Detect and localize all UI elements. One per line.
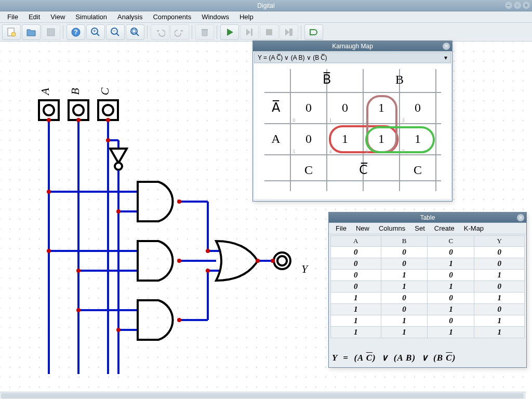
help-button[interactable]: ? <box>66 24 85 40</box>
table-cell[interactable]: 1 <box>428 281 474 292</box>
maximize-button[interactable]: ▫ <box>514 2 521 9</box>
table-cell[interactable]: 0 <box>474 247 525 258</box>
table-menu-set[interactable]: Set <box>411 223 429 233</box>
table-row[interactable]: 0110 <box>331 281 525 292</box>
svg-point-51 <box>116 209 121 214</box>
kmap-window[interactable]: Karnaugh Map × Y = (A C̅) ∨ (A B) ∨ (B C… <box>252 41 453 202</box>
table-header[interactable]: B <box>381 236 428 247</box>
table-cell[interactable]: 1 <box>381 315 428 327</box>
table-cell[interactable]: 1 <box>474 315 525 327</box>
undo-button[interactable] <box>151 24 169 40</box>
table-menu-columns[interactable]: Columns <box>375 223 409 233</box>
svg-text:0: 0 <box>305 132 312 145</box>
table-row[interactable]: 0000 <box>331 247 525 258</box>
minimize-button[interactable]: − <box>505 2 512 9</box>
table-cell[interactable]: 1 <box>428 304 474 315</box>
stop-button[interactable] <box>260 24 278 40</box>
svg-point-44 <box>274 252 290 269</box>
table-cell[interactable]: 0 <box>428 270 474 281</box>
svg-point-57 <box>177 259 181 263</box>
table-header[interactable]: Y <box>474 236 525 247</box>
table-row[interactable]: 1111 <box>331 327 525 338</box>
kmap-formula-dropdown[interactable]: Y = (A C̅) ∨ (A B) ∨ (B C̅) ▾ <box>254 52 451 63</box>
table-formula: Y = (A C) ∨ (A B) ∨ (B C) <box>332 352 456 363</box>
new-file-button[interactable] <box>2 24 21 40</box>
table-cell[interactable]: 1 <box>331 315 381 327</box>
zoom-in-button[interactable]: + <box>86 24 105 40</box>
table-window[interactable]: Table × File New Columns Set Create K-Ma… <box>328 212 527 368</box>
save-button[interactable] <box>42 24 60 40</box>
table-cell[interactable]: 1 <box>474 270 525 281</box>
hscrollbar[interactable] <box>0 392 526 399</box>
svg-text:C̅: C̅ <box>359 163 368 177</box>
menu-edit[interactable]: Edit <box>24 12 44 22</box>
table-close-icon[interactable]: × <box>517 214 524 221</box>
table-cell[interactable]: 0 <box>381 258 428 270</box>
svg-point-20 <box>73 105 84 115</box>
delete-button[interactable] <box>195 24 214 40</box>
menu-components[interactable]: Components <box>149 12 195 22</box>
table-cell[interactable]: 0 <box>381 292 428 304</box>
kmap-close-icon[interactable]: × <box>443 43 450 50</box>
table-cell[interactable]: 1 <box>428 258 474 270</box>
table-cell[interactable]: 0 <box>331 270 381 281</box>
table-cell[interactable]: 1 <box>331 327 381 338</box>
open-file-button[interactable] <box>22 24 41 40</box>
menu-file[interactable]: File <box>3 12 22 22</box>
table-cell[interactable]: 0 <box>331 258 381 270</box>
table-cell[interactable]: 1 <box>428 327 474 338</box>
truth-table[interactable]: ABCY 00000010010101101001101011011111 <box>330 235 525 338</box>
pause-button[interactable] <box>280 24 298 40</box>
menu-simulation[interactable]: Simulation <box>71 12 111 22</box>
table-cell[interactable]: 0 <box>428 247 474 258</box>
table-cell[interactable]: 0 <box>474 258 525 270</box>
menu-view[interactable]: View <box>46 12 69 22</box>
table-cell[interactable]: 0 <box>381 304 428 315</box>
svg-text:B̅: B̅ <box>323 72 331 86</box>
table-menu-create[interactable]: Create <box>431 223 458 233</box>
table-menu-kmap[interactable]: K-Map <box>460 223 487 233</box>
table-cell[interactable]: 0 <box>381 247 428 258</box>
zoom-fit-button[interactable] <box>126 24 144 40</box>
chevron-down-icon: ▾ <box>444 54 447 61</box>
table-cell[interactable]: 0 <box>428 315 474 327</box>
svg-point-56 <box>177 200 181 204</box>
svg-rect-19 <box>69 100 88 120</box>
table-titlebar[interactable]: Table × <box>329 212 526 223</box>
table-row[interactable]: 0010 <box>331 258 525 270</box>
table-row[interactable]: 1010 <box>331 304 525 315</box>
table-cell[interactable]: 1 <box>381 281 428 292</box>
redo-button[interactable] <box>170 24 189 40</box>
table-cell[interactable]: 0 <box>474 304 525 315</box>
menu-help[interactable]: Help <box>235 12 258 22</box>
table-cell[interactable]: 1 <box>331 292 381 304</box>
table-row[interactable]: 1101 <box>331 315 525 327</box>
table-cell[interactable]: 0 <box>474 281 525 292</box>
close-button[interactable]: × <box>523 2 530 9</box>
table-cell[interactable]: 0 <box>331 281 381 292</box>
table-row[interactable]: 0101 <box>331 270 525 281</box>
svg-point-52 <box>47 249 51 253</box>
svg-point-28 <box>115 163 122 170</box>
table-menu-new[interactable]: New <box>352 223 373 233</box>
togate-button[interactable] <box>304 24 323 40</box>
table-cell[interactable]: 0 <box>331 247 381 258</box>
run-button[interactable] <box>220 24 239 40</box>
table-cell[interactable]: 0 <box>428 292 474 304</box>
table-cell[interactable]: 1 <box>474 292 525 304</box>
menu-windows[interactable]: Windows <box>197 12 233 22</box>
table-cell[interactable]: 1 <box>331 304 381 315</box>
table-cell[interactable]: 1 <box>474 327 525 338</box>
table-menu-file[interactable]: File <box>332 223 350 233</box>
table-cell[interactable]: 1 <box>381 270 428 281</box>
svg-text:−: − <box>113 28 116 34</box>
table-cell[interactable]: 1 <box>381 327 428 338</box>
table-row[interactable]: 1001 <box>331 292 525 304</box>
step-button[interactable] <box>240 24 259 40</box>
svg-text:6: 6 <box>366 149 368 154</box>
kmap-titlebar[interactable]: Karnaugh Map × <box>253 41 452 51</box>
zoom-out-button[interactable]: − <box>106 24 125 40</box>
table-header[interactable]: A <box>331 236 381 247</box>
menu-analysis[interactable]: Analysis <box>113 12 147 22</box>
table-header[interactable]: C <box>428 236 474 247</box>
